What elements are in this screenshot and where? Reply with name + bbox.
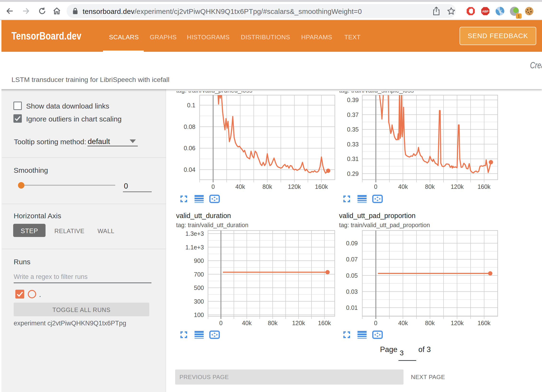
svg-text:40k: 40k — [242, 320, 252, 326]
svg-text:0: 0 — [219, 320, 223, 326]
svg-text:40k: 40k — [235, 183, 245, 190]
svg-text:0.06: 0.06 — [184, 145, 195, 151]
svg-text:0: 0 — [374, 183, 377, 190]
svg-text:80k: 80k — [262, 183, 272, 190]
svg-text:300: 300 — [194, 298, 204, 305]
svg-text:80k: 80k — [425, 320, 435, 326]
svg-text:0.09: 0.09 — [346, 240, 358, 247]
svg-text:0.35: 0.35 — [347, 126, 359, 133]
svg-text:0.08: 0.08 — [184, 123, 195, 130]
svg-text:0.39: 0.39 — [347, 97, 359, 103]
svg-text:700: 700 — [194, 271, 204, 278]
svg-text:120k: 120k — [288, 183, 301, 190]
svg-text:0.33: 0.33 — [347, 141, 359, 148]
svg-text:120k: 120k — [292, 320, 305, 326]
svg-text:120k: 120k — [451, 183, 464, 190]
svg-text:0.01: 0.01 — [346, 304, 358, 311]
svg-text:0.1: 0.1 — [187, 102, 195, 109]
svg-text:0: 0 — [211, 183, 215, 190]
svg-text:500: 500 — [194, 284, 204, 291]
svg-text:80k: 80k — [425, 183, 435, 190]
svg-text:0: 0 — [374, 320, 377, 326]
svg-text:0.05: 0.05 — [346, 272, 358, 279]
svg-text:0.29: 0.29 — [347, 170, 359, 177]
svg-text:120k: 120k — [451, 320, 464, 326]
svg-text:0.04: 0.04 — [184, 166, 195, 173]
svg-text:80k: 80k — [268, 320, 278, 326]
svg-text:V: V — [498, 9, 502, 14]
svg-text:40k: 40k — [398, 320, 408, 326]
svg-text:160k: 160k — [315, 183, 328, 190]
svg-text:160k: 160k — [318, 320, 331, 326]
svg-text:160k: 160k — [478, 320, 491, 326]
svg-text:1: 1 — [518, 14, 520, 18]
svg-text:160k: 160k — [478, 183, 491, 190]
svg-text:40k: 40k — [398, 183, 408, 190]
svg-text:100: 100 — [194, 311, 204, 318]
svg-text:ABP: ABP — [482, 10, 488, 13]
svg-text:1.3e+3: 1.3e+3 — [185, 230, 204, 237]
svg-text:0.31: 0.31 — [347, 156, 359, 162]
svg-text:0.07: 0.07 — [346, 256, 358, 263]
svg-text:0.03: 0.03 — [346, 288, 358, 295]
svg-text:0.37: 0.37 — [347, 111, 359, 118]
svg-text:1.1e+3: 1.1e+3 — [185, 244, 204, 251]
svg-text:900: 900 — [194, 257, 204, 264]
